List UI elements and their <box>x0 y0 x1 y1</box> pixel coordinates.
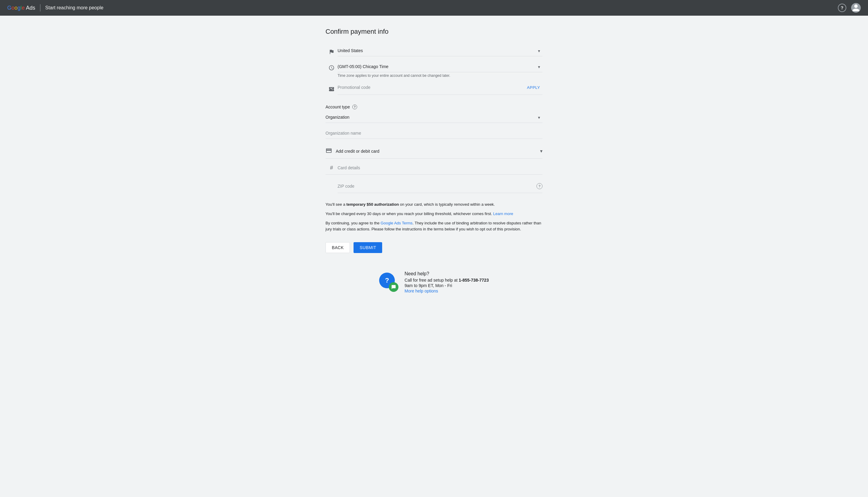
submit-button[interactable]: SUBMIT <box>353 242 382 253</box>
header: Google Ads Start reaching more people ? <box>0 0 868 16</box>
country-select[interactable]: United States <box>338 45 543 56</box>
card-details-input[interactable] <box>338 164 543 171</box>
google-ads-logo: Google Ads <box>7 5 35 11</box>
org-name-input[interactable] <box>325 128 543 139</box>
account-type-help-icon[interactable]: ? <box>352 104 357 109</box>
timezone-hint: Time zone applies to your entire account… <box>338 73 543 78</box>
help-phone-line: Call for free ad setup help at 1-855-738… <box>405 278 489 283</box>
avatar[interactable] <box>851 3 861 13</box>
back-button[interactable]: BACK <box>325 242 350 253</box>
more-help-link[interactable]: More help options <box>405 288 489 293</box>
zip-input[interactable] <box>338 183 536 190</box>
google-ads-terms-link[interactable]: Google Ads Terms <box>381 221 412 225</box>
info-text-3: By continuing, you agree to the Google A… <box>325 220 543 233</box>
account-type-section: Account type ? Organization <box>325 104 543 123</box>
info-text-2: You'll be charged every 30 days or when … <box>325 211 543 217</box>
account-type-select[interactable]: Organization <box>325 112 543 123</box>
learn-more-link[interactable]: Learn more <box>493 211 513 216</box>
page-title: Confirm payment info <box>325 28 543 36</box>
promo-icon <box>325 86 338 92</box>
help-title: Need help? <box>405 271 489 276</box>
help-question-mark: ? <box>385 276 389 284</box>
timezone-row: (GMT-05:00) Chicago Time Time zone appli… <box>325 61 543 80</box>
hash-icon: # <box>325 165 338 171</box>
header-left: Google Ads Start reaching more people <box>7 4 103 12</box>
account-type-text: Account type <box>325 104 350 109</box>
logo-text: Google Ads <box>7 5 35 11</box>
timezone-field-container: (GMT-05:00) Chicago Time Time zone appli… <box>338 61 543 78</box>
org-name-section <box>325 128 543 139</box>
help-icon[interactable]: ? <box>838 4 846 12</box>
credit-card-icon <box>325 147 332 155</box>
country-dropdown-wrapper: United States <box>338 45 543 56</box>
info-section: You'll see a temporary $50 authorization… <box>325 201 543 232</box>
flag-icon <box>325 49 338 55</box>
header-right: ? <box>838 3 861 13</box>
account-type-label-row: Account type ? <box>325 104 543 109</box>
credit-card-label: Add credit or debit card <box>336 149 540 154</box>
card-details-row: # <box>325 161 543 175</box>
credit-card-row[interactable]: Add credit or debit card ▾ <box>325 144 543 159</box>
zip-row: ? <box>338 180 543 193</box>
promo-input-row: APPLY <box>338 83 543 95</box>
help-hours: 9am to 9pm ET, Mon - Fri <box>405 283 489 288</box>
header-divider <box>40 4 40 12</box>
zip-help-icon[interactable]: ? <box>536 183 543 189</box>
help-text: Need help? Call for free ad setup help a… <box>405 271 489 293</box>
promo-row: APPLY <box>325 83 543 97</box>
buttons-row: BACK SUBMIT <box>325 242 543 253</box>
clock-icon <box>325 65 338 71</box>
header-subtitle: Start reaching more people <box>45 5 103 11</box>
info-text-1: You'll see a temporary $50 authorization… <box>325 201 543 208</box>
promo-field-container: APPLY <box>338 83 543 95</box>
help-footer: ? Need help? Call for free ad setup help… <box>325 271 543 293</box>
promo-input[interactable] <box>338 83 525 92</box>
chevron-down-icon: ▾ <box>540 148 543 154</box>
apply-button[interactable]: APPLY <box>525 83 543 92</box>
account-type-dropdown-wrapper: Organization <box>325 112 543 123</box>
country-field-container: United States <box>338 45 543 56</box>
timezone-dropdown-wrapper: (GMT-05:00) Chicago Time <box>338 61 543 72</box>
country-row: United States <box>325 45 543 59</box>
timezone-select[interactable]: (GMT-05:00) Chicago Time <box>338 61 543 72</box>
help-bubble-chat <box>389 282 398 292</box>
help-bubble: ? <box>379 273 398 292</box>
main-content: Confirm payment info United States <box>320 16 548 311</box>
